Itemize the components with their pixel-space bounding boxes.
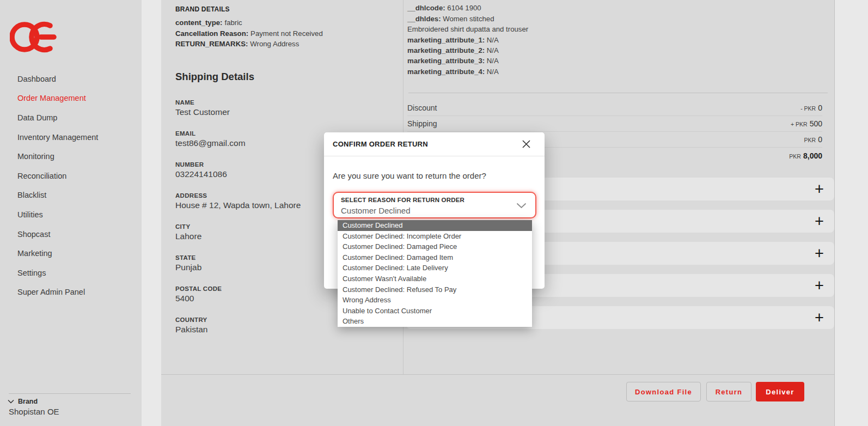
detail-value: Wrong Address [250,40,299,48]
attr-value: S [425,0,430,2]
reason-option-customer-wasnt-available[interactable]: Customer Wasn't Available [338,273,532,284]
reason-option-unable-to-contact[interactable]: Unable to Contact Customer [338,306,532,317]
attr-label: size: [407,0,423,2]
amount-currency: PKR [804,137,816,143]
amount-value: 500 [810,119,822,128]
product-attribute-line: marketing_attribute_2: N/A [407,45,537,56]
attr-value: N/A [487,57,499,65]
reason-option-refused-to-pay[interactable]: Customer Declined: Refused To Pay [338,284,532,295]
reason-option-customer-declined[interactable]: Customer Declined [338,220,532,231]
reason-option-wrong-address[interactable]: Wrong Address [338,295,532,306]
amount-figure: - PKR0 [800,103,822,113]
amount-figure: + PKR500 [791,119,822,129]
detail-value: Payment not Received [250,29,323,38]
amount-label: Shipping [407,119,437,128]
attr-label: marketing_attribute_1: [407,36,485,44]
plus-icon: + [815,278,824,294]
amount-value: 8,000 [803,151,822,160]
sidebar-item-monitoring[interactable]: Monitoring [0,147,142,166]
amount-row-discount: Discount - PKR0 [407,100,822,116]
detail-label: Cancellation Reason: [175,29,248,38]
return-reason-select[interactable]: SELECT REASON FOR RETURN ORDER Customer … [333,192,536,218]
download-file-button[interactable]: Download File [626,382,701,401]
product-attribute-line: marketing_attribute_3: N/A [407,56,537,66]
return-button[interactable]: Return [706,382,751,401]
attr-value: 6104 1900 [447,4,481,12]
brand-detail-line: Cancellation Reason:Payment not Received [175,28,393,39]
sidebar-item-reconciliation[interactable]: Reconciliation [0,166,142,186]
sidebar-item-super-admin-panel[interactable]: Super Admin Panel [0,283,142,302]
detail-value: fabric [224,19,242,27]
brand-details-title: BRAND DETAILS [175,5,393,13]
plus-icon: + [815,310,824,326]
oe-logo-icon [10,20,57,57]
product-attributes: size: S __dhlcode: 6104 1900 __dhldes: W… [407,0,537,77]
reason-select-label: SELECT REASON FOR RETURN ORDER [341,197,464,203]
sidebar-nav: Dashboard Order Management Data Dump Inv… [0,69,142,302]
sidebar-item-order-management[interactable]: Order Management [0,89,142,108]
product-attribute-line: __dhlcode: 6104 1900 [407,3,537,13]
chevron-down-icon [8,399,14,404]
product-attribute-line: marketing_attribute_4: N/A [407,66,537,77]
plus-icon: + [815,246,824,261]
reason-option-incomplete-order[interactable]: Customer Declined: Incomplete Order [338,231,532,242]
product-attribute-line: marketing_attribute_1: N/A [407,35,537,45]
attr-label: marketing_attribute_2: [407,46,485,54]
shipping-details-title: Shipping Details [175,71,254,83]
attr-label: marketing_attribute_3: [407,57,485,65]
attr-label: __dhlcode: [407,4,445,12]
reason-option-late-delivery[interactable]: Customer Declined: Late Delivery [338,263,532,273]
field-value: Test Customer [175,107,395,117]
return-reason-options-list: Customer Declined Customer Declined: Inc… [338,220,532,327]
modal-title: CONFIRM ORDER RETURN [333,140,428,148]
amounts-divider [408,93,828,93]
sidebar-item-dashboard[interactable]: Dashboard [0,69,142,89]
deliver-button[interactable]: Deliver [756,382,804,401]
brand-detail-line: RETURN_REMARKS:Wrong Address [175,39,393,50]
brand-selector[interactable]: Brand [8,398,38,405]
sidebar-item-utilities[interactable]: Utilities [0,205,142,224]
modal-header: CONFIRM ORDER RETURN [324,132,545,156]
attr-value: N/A [487,46,499,54]
amount-currency: + PKR [791,121,808,127]
close-icon [522,139,531,149]
plus-icon: + [815,181,824,197]
attr-label: __dhldes: [407,15,441,23]
amount-value: 0 [818,135,822,144]
attr-value: N/A [487,68,499,76]
plus-icon: + [815,214,824,229]
reason-option-damaged-item[interactable]: Customer Declined: Damaged Item [338,252,532,263]
attr-value: N/A [487,36,499,44]
product-attribute-line: __dhldes: Women stitched Embroidered shi… [407,14,537,35]
shipping-field-name: NAME Test Customer [175,99,395,117]
attr-label: marketing_attribute_4: [407,68,485,76]
sidebar-item-blacklist[interactable]: Blacklist [0,186,142,205]
detail-label: content_type: [175,19,222,27]
amount-figure: PKR0 [804,135,822,144]
brand-details-section: BRAND DETAILS content_type:fabric Cancel… [175,5,393,50]
amount-label: Discount [407,104,437,112]
amount-currency: - PKR [800,105,816,112]
reason-option-damaged-piece[interactable]: Customer Declined: Damaged Piece [338,241,532,252]
field-label: NAME [175,99,395,106]
sidebar-item-shopcast[interactable]: Shopcast [0,224,142,244]
sidebar-item-settings[interactable]: Settings [0,263,142,283]
amount-figure: PKR8,000 [789,151,822,161]
amount-row-shipping: Shipping + PKR500 [407,116,822,132]
sidebar: Dashboard Order Management Data Dump Inv… [0,0,142,426]
sidebar-item-marketing[interactable]: Marketing [0,244,142,263]
chevron-down-icon [516,203,527,209]
brand-selector-label: Brand [18,398,38,405]
page-root: Dashboard Order Management Data Dump Inv… [0,0,868,426]
amount-currency: PKR [789,153,801,160]
reason-select-value: Customer Declined [341,206,411,215]
detail-label: RETURN_REMARKS: [175,40,248,48]
footer-divider [161,374,835,375]
modal-message: Are you sure you want to return the orde… [333,171,486,180]
sidebar-item-data-dump[interactable]: Data Dump [0,108,142,127]
brand-detail-line: content_type:fabric [175,17,393,28]
sidebar-item-inventory-management[interactable]: Inventory Management [0,127,142,147]
reason-option-others[interactable]: Others [338,316,532,327]
close-button[interactable] [521,139,531,150]
sidebar-footer-divider [9,393,131,394]
